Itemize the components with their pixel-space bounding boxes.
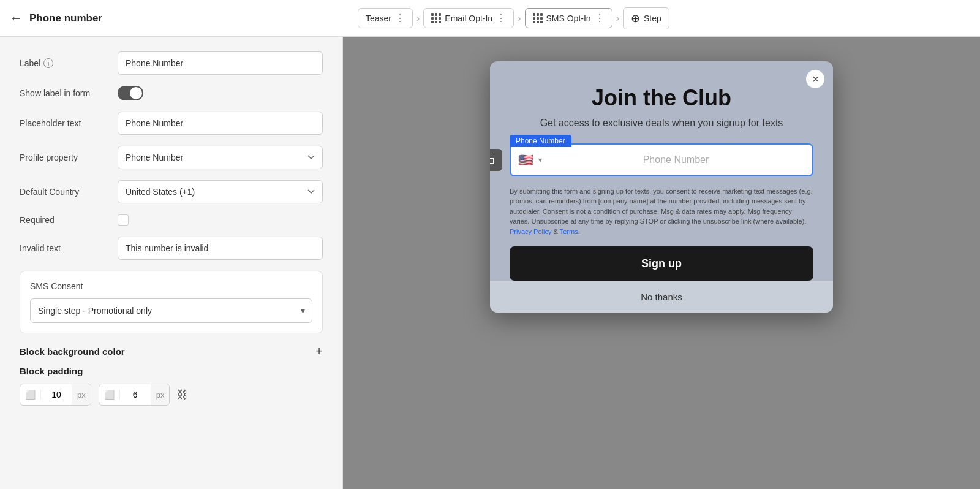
profile-property-label: Profile property [20,153,118,162]
right-panel: ✕ Join the Club Get access to exclusive … [343,37,980,489]
default-country-label: Default Country [20,187,118,197]
label-info-icon[interactable]: i [43,58,53,68]
modal-body: Join the Club Get access to exclusive de… [490,61,833,281]
padding-link-icon[interactable]: ⛓ [177,389,188,401]
label-input[interactable] [118,51,323,75]
profile-property-select[interactable]: Phone Number [118,146,323,169]
invalid-text-label: Invalid text [20,243,118,253]
sms-dots-icon[interactable]: ⋮ [595,12,605,24]
sms-consent-select-wrapper: Single step - Promotional only Two step … [30,298,312,323]
sms-consent-title: SMS Consent [30,281,312,291]
no-thanks-button[interactable]: No thanks [490,281,833,313]
modal-subtitle: Get access to exclusive deals when you s… [510,118,813,129]
vertical-padding-icon: ⬜ [99,390,120,400]
required-label: Required [20,215,118,225]
email-grid-icon [431,13,441,23]
add-background-color-button[interactable]: + [315,344,323,358]
show-label-row: Show label in form [20,86,323,100]
add-step-button[interactable]: ⊕ Step [623,7,669,29]
required-row: Required [20,214,323,226]
horizontal-padding-group: ⬜ px [20,384,91,406]
placeholder-input[interactable] [118,112,323,135]
trash-icon: 🗑 [490,154,496,165]
profile-property-row: Profile property Phone Number [20,146,323,169]
terms-link[interactable]: Terms [560,228,578,235]
placeholder-label: Placeholder text [20,118,118,128]
horizontal-padding-unit: px [72,384,91,405]
teaser-step-button[interactable]: Teaser ⋮ [358,8,413,28]
sms-opt-in-label: SMS Opt-In [546,13,591,23]
required-checkbox[interactable] [118,214,129,226]
consent-text: By submitting this form and signing up f… [510,186,813,237]
show-label-toggle[interactable] [118,86,143,100]
block-padding-section: Block padding ⬜ px ⬜ px ⛓ [20,366,323,406]
vertical-padding-unit: px [151,384,170,405]
modal-close-button[interactable]: ✕ [806,70,824,88]
block-background-section: Block background color + [20,344,323,358]
main-layout: Label i Show label in form Placeholder t… [0,37,980,489]
back-arrow-button[interactable]: ← [10,11,22,25]
page-title: Phone number [29,12,102,25]
email-opt-in-label: Email Opt-In [445,13,492,23]
us-flag-icon: 🇺🇸 [518,153,533,167]
email-dots-icon[interactable]: ⋮ [496,12,506,24]
phone-field-wrapper: 🗑 Phone Number 🇺🇸 ▾ Phone Number [510,143,813,176]
block-background-title: Block background color [20,346,125,357]
sms-consent-section: SMS Consent Single step - Promotional on… [20,271,323,333]
close-icon: ✕ [812,74,820,85]
add-step-label: Step [644,13,662,23]
sms-grid-icon [533,13,543,23]
teaser-label: Teaser [366,13,391,23]
step-chevron-3: › [616,13,619,24]
step-chevron-1: › [417,13,420,24]
invalid-text-input[interactable] [118,237,323,260]
modal-popup: ✕ Join the Club Get access to exclusive … [490,61,833,313]
horizontal-padding-input[interactable] [41,390,72,400]
step-chevron-2: › [518,13,521,24]
phone-placeholder-text: Phone Number [547,154,805,165]
default-country-row: Default Country United States (+1) [20,180,323,203]
and-label: & [554,228,560,235]
phone-input-box[interactable]: 🇺🇸 ▾ Phone Number [510,143,813,176]
horizontal-padding-icon: ⬜ [20,390,41,400]
delete-field-wrapper: 🗑 [490,149,502,171]
top-bar: ← Phone number Teaser ⋮ › Email Opt-In ⋮… [0,0,980,37]
sms-consent-select[interactable]: Single step - Promotional only Two step … [30,298,312,323]
teaser-dots-icon[interactable]: ⋮ [395,12,405,24]
label-field-label: Label i [20,58,118,68]
padding-inputs-row: ⬜ px ⬜ px ⛓ [20,384,323,406]
top-bar-left: ← Phone number [10,11,353,25]
modal-title: Join the Club [510,86,813,110]
block-padding-header: Block padding [20,366,323,376]
label-row: Label i [20,51,323,75]
vertical-padding-input[interactable] [120,390,151,400]
privacy-policy-link[interactable]: Privacy Policy [510,228,551,235]
default-country-select[interactable]: United States (+1) [118,180,323,203]
invalid-text-row: Invalid text [20,237,323,260]
vertical-padding-group: ⬜ px [99,384,170,406]
add-circle-icon: ⊕ [631,12,640,25]
block-padding-title: Block padding [20,366,83,376]
show-label-label: Show label in form [20,88,118,98]
top-bar-right: Teaser ⋮ › Email Opt-In ⋮ › SMS Opt-In ⋮… [358,7,970,29]
email-opt-in-step-button[interactable]: Email Opt-In ⋮ [423,8,514,28]
country-dropdown-icon[interactable]: ▾ [538,156,542,164]
sms-opt-in-step-button[interactable]: SMS Opt-In ⋮ [525,8,612,28]
left-panel: Label i Show label in form Placeholder t… [0,37,343,489]
placeholder-row: Placeholder text [20,112,323,135]
delete-field-button[interactable]: 🗑 [490,149,502,171]
phone-field-label-bubble: Phone Number [510,135,571,147]
signup-button[interactable]: Sign up [510,246,813,281]
